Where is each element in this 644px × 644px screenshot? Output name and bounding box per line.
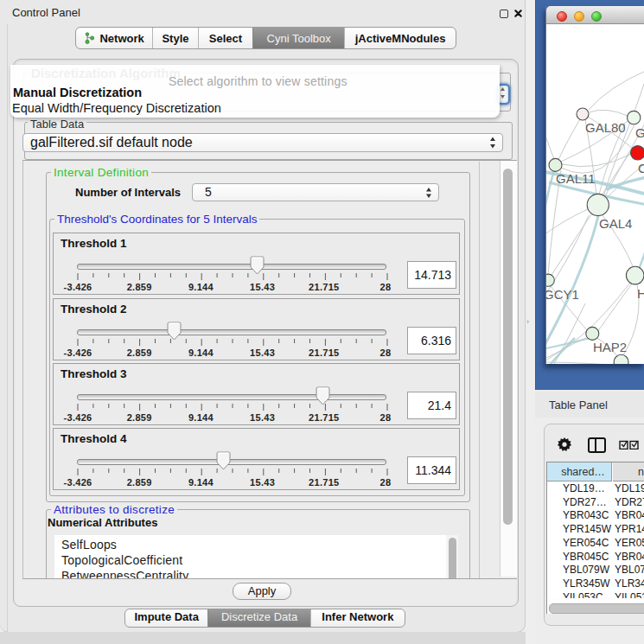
svg-text:GAL80: GAL80 (585, 120, 626, 135)
svg-text:H: H (637, 286, 644, 301)
svg-text:GAL4: GAL4 (599, 216, 632, 231)
svg-text:HAP2: HAP2 (593, 340, 627, 354)
svg-text:C: C (638, 161, 644, 175)
svg-text:GCY1: GCY1 (546, 287, 579, 302)
svg-text:G.: G. (635, 125, 644, 140)
svg-text:GAL11: GAL11 (556, 171, 596, 186)
